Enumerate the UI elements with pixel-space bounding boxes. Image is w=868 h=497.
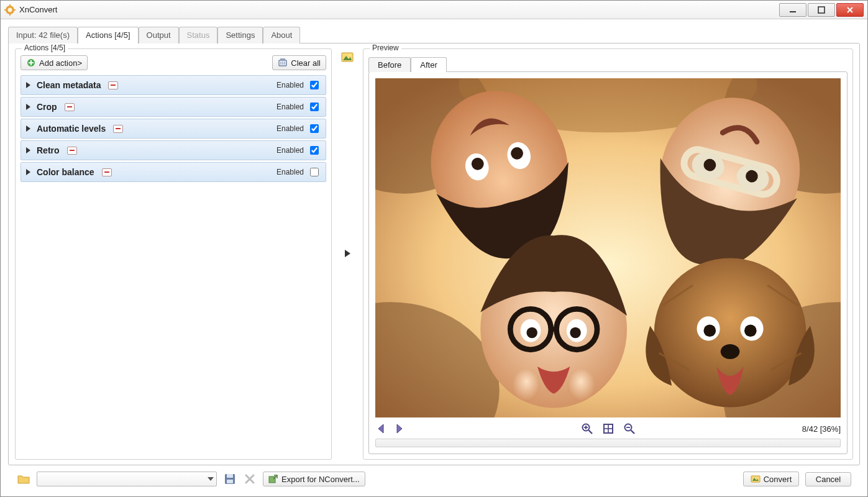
svg-rect-72: [227, 480, 233, 483]
actions-toolbar: Add action> Clear all: [21, 55, 326, 70]
preview-footer: 8/42 [36%]: [375, 422, 841, 435]
picture-icon[interactable]: [341, 51, 354, 63]
middle-column: [337, 48, 358, 460]
preview-column: Preview Before After: [363, 48, 853, 460]
cancel-label: Cancel: [816, 475, 841, 484]
convert-button[interactable]: Convert: [743, 472, 799, 486]
svg-point-50: [703, 324, 716, 337]
window-body: Input: 42 file(s) Actions [4/5] Output S…: [1, 19, 867, 496]
save-icon[interactable]: [223, 472, 237, 486]
action-name: Retro: [37, 145, 60, 155]
tab-status[interactable]: Status: [179, 27, 218, 43]
remove-action-icon[interactable]: [113, 125, 123, 133]
minimize-button[interactable]: [779, 3, 806, 17]
add-icon: [26, 58, 36, 68]
convert-label: Convert: [764, 475, 792, 484]
svg-rect-12: [29, 62, 34, 63]
tab-about[interactable]: About: [263, 27, 300, 43]
remove-action-icon[interactable]: [108, 81, 118, 89]
convert-icon: [751, 474, 761, 484]
action-row[interactable]: Color balance Enabled: [21, 162, 326, 182]
preview-tabs: Before After: [368, 55, 847, 71]
svg-marker-59: [397, 424, 402, 433]
zoom-out-icon[interactable]: [623, 422, 636, 435]
tab-before[interactable]: Before: [368, 57, 411, 72]
action-enabled-checkbox[interactable]: [310, 81, 319, 89]
open-folder-icon[interactable]: [17, 472, 30, 486]
preview-group-label: Preview: [370, 43, 401, 52]
expand-icon[interactable]: [26, 169, 30, 175]
action-row[interactable]: Crop Enabled: [21, 97, 326, 117]
preview-groupbox: Preview Before After: [363, 48, 853, 460]
app-icon: [4, 4, 16, 16]
svg-point-53: [721, 344, 740, 359]
zoom-controls: [581, 422, 636, 435]
svg-point-43: [526, 327, 537, 338]
svg-rect-7: [818, 7, 825, 13]
remove-action-icon[interactable]: [102, 168, 112, 176]
svg-point-20: [349, 54, 350, 56]
svg-point-45: [570, 327, 580, 338]
tab-input[interactable]: Input: 42 file(s): [8, 27, 78, 43]
action-name: Clean metadata: [37, 80, 101, 90]
action-enabled: Enabled: [276, 166, 321, 178]
svg-rect-6: [790, 11, 796, 12]
clear-icon: [278, 58, 288, 68]
zoom-in-icon[interactable]: [581, 422, 593, 435]
svg-rect-77: [751, 476, 760, 482]
action-enabled: Enabled: [276, 101, 321, 113]
prev-image-icon[interactable]: [375, 422, 388, 435]
tab-output[interactable]: Output: [139, 27, 179, 43]
clear-all-label: Clear all: [291, 58, 321, 68]
action-enabled: Enabled: [276, 144, 321, 157]
export-nconvert-button[interactable]: Export for NConvert...: [263, 472, 365, 486]
titlebar: XnConvert: [1, 1, 867, 19]
action-name: Color balance: [37, 167, 94, 177]
delete-icon[interactable]: [243, 472, 257, 486]
chevron-down-icon: [208, 477, 214, 481]
cancel-button[interactable]: Cancel: [805, 472, 851, 486]
tab-after[interactable]: After: [411, 57, 446, 72]
preview-frame: 8/42 [36%]: [368, 71, 847, 454]
next-image-icon[interactable]: [393, 422, 405, 435]
enabled-label: Enabled: [276, 124, 304, 133]
action-enabled-checkbox[interactable]: [310, 103, 319, 111]
action-enabled-checkbox[interactable]: [310, 146, 319, 155]
app-window: XnConvert Input: 42 file(s) Actions [4/5…: [0, 0, 868, 497]
preview-image: [375, 78, 841, 417]
enabled-label: Enabled: [276, 146, 304, 155]
svg-point-52: [744, 324, 757, 337]
action-enabled: Enabled: [276, 79, 321, 91]
expand-icon[interactable]: [26, 82, 30, 88]
preview-status: 8/42 [36%]: [802, 424, 841, 434]
svg-line-61: [588, 431, 592, 434]
add-action-button[interactable]: Add action>: [21, 55, 88, 70]
maximize-button[interactable]: [808, 3, 835, 17]
collapse-arrow-icon[interactable]: [345, 250, 350, 257]
close-button[interactable]: [836, 3, 864, 17]
bottom-bar: Export for NConvert... Convert Cancel: [8, 465, 860, 493]
enabled-label: Enabled: [276, 103, 304, 111]
expand-icon[interactable]: [26, 104, 30, 110]
action-name: Crop: [37, 102, 57, 112]
action-enabled-checkbox[interactable]: [310, 124, 319, 133]
remove-action-icon[interactable]: [67, 147, 77, 155]
preset-select[interactable]: [37, 472, 217, 486]
svg-point-1: [8, 7, 12, 12]
action-enabled: Enabled: [276, 122, 321, 135]
action-row[interactable]: Clean metadata Enabled: [21, 75, 326, 95]
action-row[interactable]: Automatic levels Enabled: [21, 119, 326, 139]
action-row[interactable]: Retro Enabled: [21, 140, 326, 160]
tab-panel: Actions [4/5] Add action> Clear all: [8, 43, 860, 465]
expand-icon[interactable]: [26, 147, 30, 153]
tab-actions[interactable]: Actions [4/5]: [78, 27, 139, 43]
clear-all-button[interactable]: Clear all: [272, 55, 326, 70]
remove-action-icon[interactable]: [65, 103, 75, 111]
tab-settings[interactable]: Settings: [217, 27, 263, 43]
action-enabled-checkbox[interactable]: [310, 168, 319, 176]
fit-screen-icon[interactable]: [602, 422, 614, 435]
expand-icon[interactable]: [26, 125, 30, 132]
enabled-label: Enabled: [276, 81, 304, 89]
add-action-label: Add action>: [39, 58, 82, 68]
preview-scrollbar[interactable]: [375, 439, 841, 447]
